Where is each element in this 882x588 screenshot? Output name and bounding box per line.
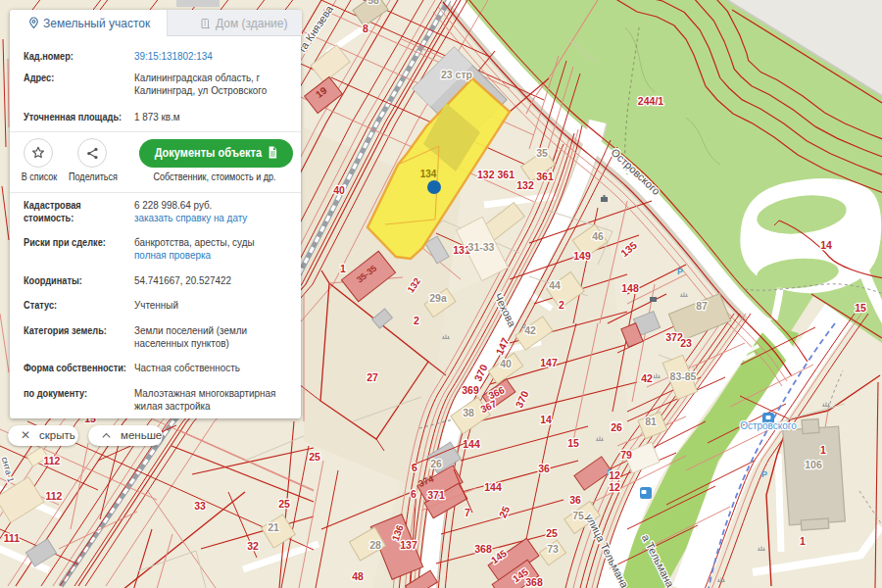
svg-text:137: 137 bbox=[400, 539, 417, 551]
svg-text:Островского: Островского bbox=[740, 420, 797, 431]
svg-text:371: 371 bbox=[427, 489, 445, 501]
svg-text:58: 58 bbox=[368, 0, 379, 6]
svg-text:7: 7 bbox=[465, 507, 470, 518]
svg-text:15: 15 bbox=[567, 437, 579, 449]
svg-text:36: 36 bbox=[569, 494, 581, 506]
svg-text:106: 106 bbox=[805, 459, 822, 470]
svg-text:6: 6 bbox=[411, 488, 416, 500]
svg-text:38: 38 bbox=[463, 407, 474, 418]
svg-text:132: 132 bbox=[516, 179, 534, 191]
svg-text:P: P bbox=[677, 267, 683, 276]
svg-text:33: 33 bbox=[194, 500, 206, 512]
svg-text:23 стр: 23 стр bbox=[441, 69, 472, 80]
svg-text:1: 1 bbox=[800, 535, 806, 547]
svg-text:12: 12 bbox=[609, 481, 620, 493]
svg-text:73: 73 bbox=[547, 543, 559, 555]
svg-text:79: 79 bbox=[620, 449, 632, 461]
svg-text:23: 23 bbox=[680, 337, 692, 349]
svg-text:2: 2 bbox=[559, 299, 564, 311]
svg-text:75: 75 bbox=[572, 510, 584, 521]
svg-text:40: 40 bbox=[333, 184, 345, 196]
svg-text:27: 27 bbox=[367, 371, 378, 383]
svg-text:48: 48 bbox=[352, 570, 364, 582]
svg-text:25: 25 bbox=[278, 498, 290, 510]
svg-text:31-33: 31-33 bbox=[468, 241, 495, 253]
svg-text:46: 46 bbox=[592, 230, 604, 242]
svg-text:P: P bbox=[761, 469, 767, 479]
svg-text:148: 148 bbox=[621, 282, 639, 294]
svg-text:134: 134 bbox=[420, 169, 437, 179]
svg-text:132 361: 132 361 bbox=[477, 169, 514, 180]
svg-text:83-85: 83-85 bbox=[670, 370, 697, 382]
svg-text:35: 35 bbox=[536, 147, 548, 159]
svg-text:112: 112 bbox=[44, 455, 61, 466]
svg-text:21: 21 bbox=[268, 521, 279, 533]
svg-text:81: 81 bbox=[645, 416, 657, 427]
svg-text:1: 1 bbox=[820, 444, 826, 456]
svg-text:28: 28 bbox=[369, 539, 381, 551]
svg-text:149: 149 bbox=[573, 250, 591, 262]
svg-text:40: 40 bbox=[500, 358, 512, 369]
svg-text:368: 368 bbox=[525, 576, 543, 588]
svg-text:144: 144 bbox=[484, 481, 502, 493]
svg-text:36: 36 bbox=[538, 463, 550, 474]
svg-text:361: 361 bbox=[536, 171, 554, 182]
svg-text:42: 42 bbox=[524, 324, 536, 336]
svg-text:244/1: 244/1 bbox=[638, 95, 663, 107]
svg-text:44: 44 bbox=[549, 279, 561, 291]
svg-text:14: 14 bbox=[540, 414, 552, 425]
svg-text:26: 26 bbox=[611, 421, 622, 433]
svg-text:25: 25 bbox=[309, 451, 320, 463]
svg-text:2: 2 bbox=[414, 315, 419, 326]
svg-text:87: 87 bbox=[696, 300, 708, 312]
svg-text:29а: 29а bbox=[429, 292, 447, 304]
svg-text:8: 8 bbox=[363, 23, 368, 34]
svg-text:1: 1 bbox=[340, 263, 346, 274]
svg-text:368: 368 bbox=[474, 543, 492, 555]
svg-text:15: 15 bbox=[855, 302, 866, 314]
svg-text:369: 369 bbox=[462, 384, 479, 396]
svg-text:14: 14 bbox=[820, 239, 832, 251]
svg-text:111: 111 bbox=[4, 532, 21, 544]
svg-text:25: 25 bbox=[546, 527, 558, 539]
svg-text:26: 26 bbox=[430, 458, 442, 469]
svg-text:144: 144 bbox=[463, 438, 480, 450]
svg-text:112: 112 bbox=[46, 490, 63, 502]
svg-text:42: 42 bbox=[641, 372, 653, 384]
svg-text:32: 32 bbox=[247, 540, 259, 552]
svg-text:147: 147 bbox=[540, 357, 558, 368]
svg-text:12: 12 bbox=[609, 469, 620, 481]
